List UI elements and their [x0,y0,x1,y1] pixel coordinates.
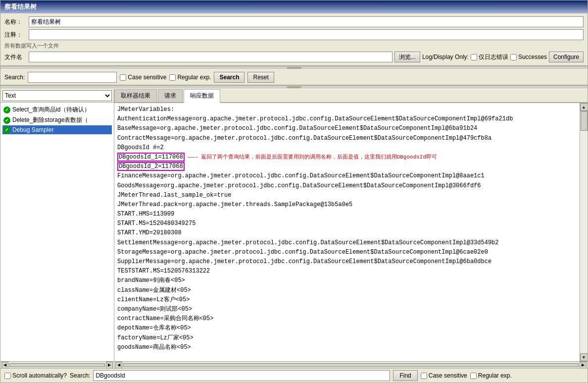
status-icon-1: ✓ [3,117,10,124]
content-line-5: DBgoodsId_1=117068 ——→ 返回了两个查询结果，前面是后面需要… [117,153,577,162]
comment-label: 注释： [4,31,27,39]
annotation-text: 返回了两个查询结果，前面是后面需要用到的调用名称，后面是值，这里我们就用DBgo… [201,154,437,160]
divider-handle-2 [287,86,301,88]
successes-checkbox[interactable] [510,54,517,60]
hscroll-left-btn[interactable]: ◀ [115,362,122,369]
case-sensitive-checkbox[interactable] [120,74,126,81]
content-line-22: contractName=采购合同名称<05> [117,314,577,324]
name-row: 名称： [4,16,584,27]
auto-scroll-label[interactable]: Scroll automatically? [4,372,67,379]
search-button[interactable]: Search [214,72,245,83]
content-line-23: depotName=仓库名称<05> [117,324,577,333]
tabs-bar: 取样器结果 请求 响应数据 [114,89,588,103]
vscroll-down-btn[interactable]: ▼ [580,353,588,361]
content-area: JMeterVariables:AuthenticationMessage=or… [114,103,580,361]
successes-label[interactable]: Successes [510,54,547,60]
tree-item-label-0: Select_查询商品id（待确认） [12,106,90,114]
divider-1[interactable] [0,66,588,70]
bottom-case-sensitive[interactable]: Case sensitive [421,372,467,379]
tab-response-data[interactable]: 响应数据 [184,89,220,103]
find-button[interactable]: Find [393,370,417,381]
content-line-2: BaseMessage=org.apache.jmeter.protocol.j… [117,124,577,133]
vertical-scrollbar[interactable]: ▲ ▼ [580,103,588,361]
content-line-24: factoryName=Lz厂家<05> [117,333,577,343]
tree-item-2[interactable]: ✓ Debug Sampler [2,125,112,134]
divider-handle-1 [287,67,301,69]
tree-item-label-1: Delete_删除storage表数据（ [12,116,88,124]
highlighted-line-6: DBgoodsId_2=117068 [117,162,185,171]
tab-sampler-result[interactable]: 取样器结果 [114,89,157,102]
vscroll-thumb[interactable] [581,111,588,131]
log-display-group: Log/Display Only: 仅日志错误 Successes [422,53,547,61]
bottom-search-label: Search: [70,372,90,379]
auto-scroll-checkbox[interactable] [4,373,11,379]
comment-input[interactable] [29,29,584,40]
scroll-right-btn[interactable]: ▶ [106,362,113,369]
content-line-6: DBgoodsId_2=117068 [117,162,577,171]
content-line-16: SupplierMessage=org.apache.jmeter.protoc… [117,257,577,267]
right-panel: 取样器结果 请求 响应数据 JMeterVariables:Authentica… [114,89,588,368]
content-line-4: DBgoodsId #=2 [117,143,577,153]
case-sensitive-label[interactable]: Case sensitive [120,74,166,81]
window-title: 察看结果树 [4,3,37,10]
left-scrollbar: ◀ ▶ [0,361,114,368]
configure-button[interactable]: Configure [549,52,584,62]
scroll-track[interactable] [9,363,105,367]
content-line-1: AuthenticationMessage=org.apache.jmeter.… [117,114,577,124]
highlighted-line-5: DBgoodsId_1=117068 [117,153,185,162]
write-note: 所有数据写入一个文件 [4,42,584,50]
status-icon-2: ✓ [3,126,10,133]
content-line-7: FinanceMessage=org.apache.jmeter.protoco… [117,171,577,181]
title-bar: 察看结果树 [0,0,588,13]
name-label: 名称： [4,18,27,26]
tree-item-1[interactable]: ✓ Delete_删除storage表数据（ [2,115,112,125]
regular-exp-label[interactable]: Regular exp. [169,74,211,81]
main-content: Text ✓ Select_查询商品id（待确认） ✓ Delete_删除sto… [0,89,588,368]
vscroll-up-btn[interactable]: ▲ [580,103,588,111]
search-label: Search: [4,74,25,81]
name-input[interactable] [29,16,584,27]
reset-button[interactable]: Reset [247,72,274,83]
tab-request[interactable]: 请求 [158,89,183,102]
search-input[interactable] [28,72,117,83]
left-panel: Text ✓ Select_查询商品id（待确认） ✓ Delete_删除sto… [0,89,114,368]
content-line-13: START.YMD=20180308 [117,228,577,238]
content-line-3: ContractMessage=org.apache.jmeter.protoc… [117,134,577,143]
main-window: 察看结果树 名称： 注释： 所有数据写入一个文件 文件名 浏览... Log/D… [0,0,588,383]
bottom-case-sensitive-checkbox[interactable] [421,373,427,379]
content-line-10: JMeterThread.pack=org.apache.jmeter.thre… [117,200,577,210]
vscroll-track[interactable] [580,111,588,353]
content-line-18: brandName=剑南春<05> [117,276,577,285]
tree-item-0[interactable]: ✓ Select_查询商品id（待确认） [2,105,112,115]
regular-exp-checkbox[interactable] [169,74,176,81]
content-line-0: JMeterVariables: [117,105,577,114]
file-input[interactable] [29,52,392,62]
content-line-14: SettlementMessage=org.apache.jmeter.prot… [117,238,577,248]
content-line-9: JMeterThread.last_sample_ok=true [117,191,577,200]
scroll-left-btn[interactable]: ◀ [1,362,8,369]
bottom-regular-exp[interactable]: Regular exp. [470,372,512,379]
divider-2[interactable] [0,85,588,89]
hscroll-right-btn[interactable]: ▶ [580,362,587,369]
text-select[interactable]: Text [2,90,112,101]
bottom-search-input[interactable] [93,370,390,381]
content-line-17: TESTSTART.MS=1520576313222 [117,267,577,276]
errors-only-checkbox[interactable] [471,54,477,60]
content-line-11: START.HMS=113909 [117,210,577,219]
left-panel-header: Text [0,89,114,103]
bottom-bar: Scroll automatically? Search: Find Case … [0,368,588,383]
status-icon-0: ✓ [3,107,10,113]
content-line-8: GoodsMessage=org.apache.jmeter.protocol.… [117,181,577,191]
bottom-scrollbar: ◀ ▶ [114,361,588,368]
search-bar: Search: Case sensitive Regular exp. Sear… [0,70,588,85]
comment-row: 注释： [4,29,584,40]
tree-item-label-2: Debug Sampler [12,126,53,133]
browse-button[interactable]: 浏览... [394,52,420,62]
annotation-arrow: ——→ [185,154,201,160]
file-row: 文件名 浏览... Log/Display Only: 仅日志错误 Succes… [4,52,584,62]
bottom-regular-exp-checkbox[interactable] [470,373,477,379]
errors-only-label[interactable]: 仅日志错误 [471,53,508,61]
content-line-19: className=金属建材<05> [117,286,577,295]
content-line-20: clientName=Lz客户<05> [117,295,577,305]
hscroll-track[interactable] [123,363,579,367]
